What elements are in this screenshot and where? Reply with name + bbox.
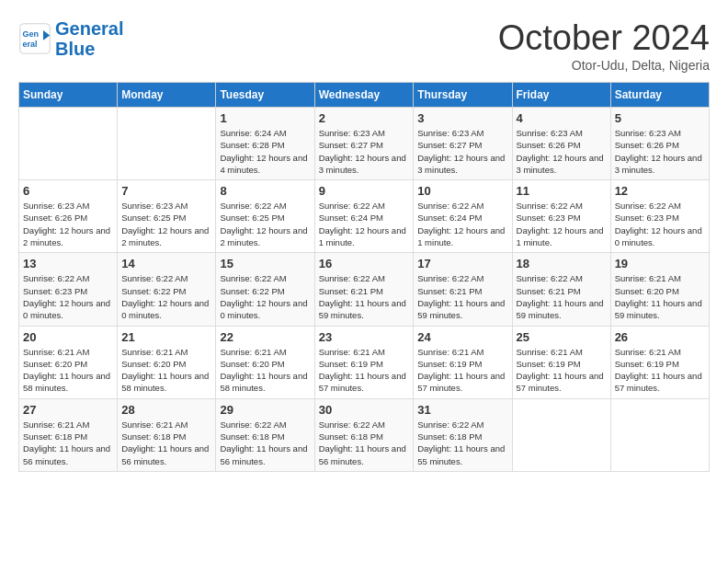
day-info: Sunrise: 6:21 AM Sunset: 6:18 PM Dayligh… <box>23 419 113 467</box>
day-cell: 3Sunrise: 6:23 AM Sunset: 6:27 PM Daylig… <box>414 108 512 180</box>
day-number: 29 <box>220 403 310 417</box>
day-number: 5 <box>615 111 705 125</box>
day-number: 9 <box>319 184 410 198</box>
day-info: Sunrise: 6:21 AM Sunset: 6:20 PM Dayligh… <box>220 346 310 395</box>
day-cell: 29Sunrise: 6:22 AM Sunset: 6:18 PM Dayli… <box>216 398 314 471</box>
day-number: 11 <box>517 184 607 198</box>
day-cell: 22Sunrise: 6:21 AM Sunset: 6:20 PM Dayli… <box>216 326 314 398</box>
day-number: 13 <box>23 257 113 270</box>
day-info: Sunrise: 6:22 AM Sunset: 6:21 PM Dayligh… <box>517 272 607 321</box>
day-number: 4 <box>517 111 607 125</box>
day-cell: 19Sunrise: 6:21 AM Sunset: 6:20 PM Dayli… <box>610 253 709 326</box>
day-number: 31 <box>417 403 507 417</box>
day-number: 23 <box>319 330 410 344</box>
day-cell: 8Sunrise: 6:22 AM Sunset: 6:25 PM Daylig… <box>216 180 314 253</box>
day-info: Sunrise: 6:21 AM Sunset: 6:20 PM Dayligh… <box>23 346 113 395</box>
day-cell: 4Sunrise: 6:23 AM Sunset: 6:26 PM Daylig… <box>512 108 610 180</box>
day-info: Sunrise: 6:22 AM Sunset: 6:24 PM Dayligh… <box>417 200 507 248</box>
day-info: Sunrise: 6:21 AM Sunset: 6:19 PM Dayligh… <box>517 346 607 395</box>
header-day-saturday: Saturday <box>610 83 709 108</box>
day-number: 30 <box>319 403 410 417</box>
day-cell: 14Sunrise: 6:22 AM Sunset: 6:22 PM Dayli… <box>118 253 216 326</box>
day-number: 20 <box>23 330 113 344</box>
day-cell: 30Sunrise: 6:22 AM Sunset: 6:18 PM Dayli… <box>314 398 414 471</box>
logo-text: General Blue <box>55 18 123 59</box>
day-info: Sunrise: 6:22 AM Sunset: 6:18 PM Dayligh… <box>319 419 410 467</box>
svg-text:Gen: Gen <box>23 29 40 39</box>
day-cell: 1Sunrise: 6:24 AM Sunset: 6:28 PM Daylig… <box>216 108 314 180</box>
day-cell: 7Sunrise: 6:23 AM Sunset: 6:25 PM Daylig… <box>118 180 216 253</box>
day-info: Sunrise: 6:22 AM Sunset: 6:25 PM Dayligh… <box>220 200 310 248</box>
day-cell <box>512 398 610 471</box>
week-row-5: 27Sunrise: 6:21 AM Sunset: 6:18 PM Dayli… <box>19 398 710 471</box>
week-row-4: 20Sunrise: 6:21 AM Sunset: 6:20 PM Dayli… <box>19 326 710 398</box>
day-info: Sunrise: 6:21 AM Sunset: 6:19 PM Dayligh… <box>417 346 507 395</box>
day-number: 12 <box>615 184 705 198</box>
header-day-tuesday: Tuesday <box>216 83 314 108</box>
day-number: 10 <box>417 184 507 198</box>
week-row-2: 6Sunrise: 6:23 AM Sunset: 6:26 PM Daylig… <box>19 180 710 253</box>
day-cell: 26Sunrise: 6:21 AM Sunset: 6:19 PM Dayli… <box>610 326 709 398</box>
day-cell: 23Sunrise: 6:21 AM Sunset: 6:19 PM Dayli… <box>314 326 414 398</box>
day-cell <box>610 398 709 471</box>
day-number: 14 <box>121 257 211 270</box>
header-day-thursday: Thursday <box>414 83 512 108</box>
month-title: October 2024 <box>498 18 710 58</box>
day-cell: 17Sunrise: 6:22 AM Sunset: 6:21 PM Dayli… <box>414 253 512 326</box>
day-info: Sunrise: 6:22 AM Sunset: 6:18 PM Dayligh… <box>417 419 507 467</box>
title-block: October 2024 Otor-Udu, Delta, Nigeria <box>498 18 710 73</box>
day-number: 16 <box>319 257 410 270</box>
day-cell: 18Sunrise: 6:22 AM Sunset: 6:21 PM Dayli… <box>512 253 610 326</box>
day-info: Sunrise: 6:22 AM Sunset: 6:22 PM Dayligh… <box>220 272 310 321</box>
day-info: Sunrise: 6:22 AM Sunset: 6:23 PM Dayligh… <box>517 200 607 248</box>
logo: Gen eral General Blue <box>18 18 123 59</box>
week-row-3: 13Sunrise: 6:22 AM Sunset: 6:23 PM Dayli… <box>19 253 710 326</box>
calendar-table: SundayMondayTuesdayWednesdayThursdayFrid… <box>18 82 710 472</box>
day-info: Sunrise: 6:21 AM Sunset: 6:19 PM Dayligh… <box>319 346 410 395</box>
day-info: Sunrise: 6:21 AM Sunset: 6:19 PM Dayligh… <box>615 346 705 395</box>
day-number: 7 <box>121 184 211 198</box>
day-info: Sunrise: 6:24 AM Sunset: 6:28 PM Dayligh… <box>220 127 310 176</box>
day-info: Sunrise: 6:21 AM Sunset: 6:18 PM Dayligh… <box>121 419 211 467</box>
day-cell: 27Sunrise: 6:21 AM Sunset: 6:18 PM Dayli… <box>19 398 118 471</box>
day-cell <box>118 108 216 180</box>
calendar-body: 1Sunrise: 6:24 AM Sunset: 6:28 PM Daylig… <box>19 108 710 472</box>
day-cell: 12Sunrise: 6:22 AM Sunset: 6:23 PM Dayli… <box>610 180 709 253</box>
day-cell: 6Sunrise: 6:23 AM Sunset: 6:26 PM Daylig… <box>19 180 118 253</box>
day-number: 22 <box>220 330 310 344</box>
day-number: 18 <box>517 257 607 270</box>
day-info: Sunrise: 6:23 AM Sunset: 6:25 PM Dayligh… <box>121 200 211 248</box>
day-number: 28 <box>121 403 211 417</box>
day-info: Sunrise: 6:22 AM Sunset: 6:21 PM Dayligh… <box>319 272 410 321</box>
header-day-wednesday: Wednesday <box>314 83 414 108</box>
day-number: 2 <box>319 111 410 125</box>
day-cell: 2Sunrise: 6:23 AM Sunset: 6:27 PM Daylig… <box>314 108 414 180</box>
day-info: Sunrise: 6:22 AM Sunset: 6:22 PM Dayligh… <box>121 272 211 321</box>
day-cell <box>19 108 118 180</box>
week-row-1: 1Sunrise: 6:24 AM Sunset: 6:28 PM Daylig… <box>19 108 710 180</box>
day-cell: 20Sunrise: 6:21 AM Sunset: 6:20 PM Dayli… <box>19 326 118 398</box>
day-number: 26 <box>615 330 705 344</box>
day-cell: 28Sunrise: 6:21 AM Sunset: 6:18 PM Dayli… <box>118 398 216 471</box>
header-day-monday: Monday <box>118 83 216 108</box>
day-number: 8 <box>220 184 310 198</box>
day-info: Sunrise: 6:21 AM Sunset: 6:20 PM Dayligh… <box>121 346 211 395</box>
day-cell: 15Sunrise: 6:22 AM Sunset: 6:22 PM Dayli… <box>216 253 314 326</box>
day-number: 24 <box>417 330 507 344</box>
day-cell: 10Sunrise: 6:22 AM Sunset: 6:24 PM Dayli… <box>414 180 512 253</box>
day-cell: 5Sunrise: 6:23 AM Sunset: 6:26 PM Daylig… <box>610 108 709 180</box>
header-day-friday: Friday <box>512 83 610 108</box>
day-cell: 11Sunrise: 6:22 AM Sunset: 6:23 PM Dayli… <box>512 180 610 253</box>
day-number: 19 <box>615 257 705 270</box>
day-info: Sunrise: 6:22 AM Sunset: 6:23 PM Dayligh… <box>23 272 113 321</box>
day-number: 15 <box>220 257 310 270</box>
day-info: Sunrise: 6:22 AM Sunset: 6:18 PM Dayligh… <box>220 419 310 467</box>
page-header: Gen eral General Blue October 2024 Otor-… <box>18 18 710 73</box>
day-cell: 31Sunrise: 6:22 AM Sunset: 6:18 PM Dayli… <box>414 398 512 471</box>
day-info: Sunrise: 6:21 AM Sunset: 6:20 PM Dayligh… <box>615 272 705 321</box>
header-row: SundayMondayTuesdayWednesdayThursdayFrid… <box>19 83 710 108</box>
day-info: Sunrise: 6:22 AM Sunset: 6:24 PM Dayligh… <box>319 200 410 248</box>
day-cell: 21Sunrise: 6:21 AM Sunset: 6:20 PM Dayli… <box>118 326 216 398</box>
calendar-header: SundayMondayTuesdayWednesdayThursdayFrid… <box>19 83 710 108</box>
day-cell: 9Sunrise: 6:22 AM Sunset: 6:24 PM Daylig… <box>314 180 414 253</box>
